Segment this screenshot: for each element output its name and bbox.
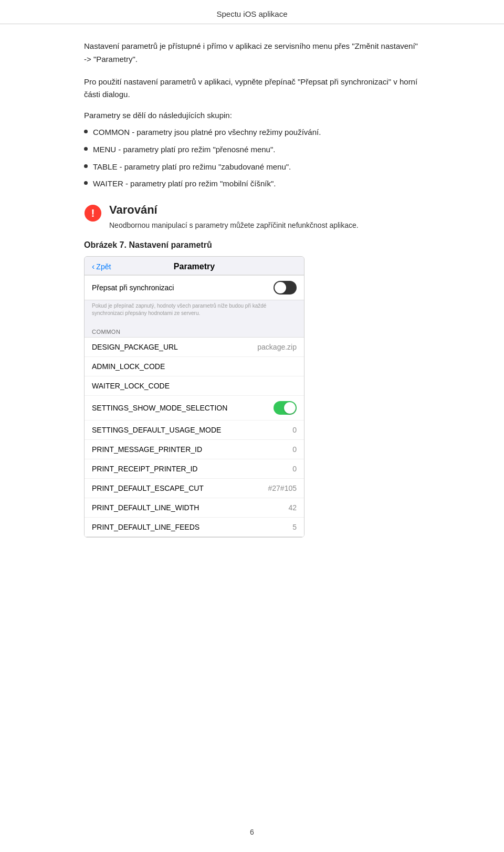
warning-title: Varování	[109, 203, 359, 217]
param-label: PRINT_RECEIPT_PRINTER_ID	[92, 465, 197, 473]
list-item-text: WAITER - parametry platí pro režim "mobi…	[93, 177, 276, 191]
warning-box: ! Varování Neodbornou manipulací s param…	[84, 203, 420, 231]
params-section: DESIGN_PACKAGE_URL package.zip ADMIN_LOC…	[85, 337, 304, 537]
param-row-print-receipt-printer-id[interactable]: PRINT_RECEIPT_PRINTER_ID 0	[85, 459, 304, 479]
list-item-text: MENU - parametry platí pro režim "přenos…	[93, 143, 275, 156]
param-row-print-default-line-width[interactable]: PRINT_DEFAULT_LINE_WIDTH 42	[85, 498, 304, 518]
bullet-icon	[84, 164, 88, 168]
param-row-settings-show-mode[interactable]: SETTINGS_SHOW_MODE_SELECTION	[85, 396, 304, 420]
param-value: 0	[292, 426, 297, 434]
prepsat-row: Přepsat při synchronizaci	[85, 276, 304, 300]
param-value: 0	[292, 465, 297, 473]
intro-paragraph-1: Nastavení parametrů je přístupné i přímo…	[84, 40, 420, 66]
param-label: DESIGN_PACKAGE_URL	[92, 343, 178, 351]
page-number: 6	[250, 828, 254, 836]
param-label: SETTINGS_DEFAULT_USAGE_MODE	[92, 426, 221, 434]
phone-body: Přepsat při synchronizaci Pokud je přepí…	[85, 275, 304, 537]
param-value: #27#105	[268, 484, 297, 492]
prepsat-label: Přepsat při synchronizaci	[92, 283, 174, 292]
bullet-icon	[84, 130, 88, 133]
common-section-header: COMMON	[85, 321, 304, 337]
param-row-settings-default-usage[interactable]: SETTINGS_DEFAULT_USAGE_MODE 0	[85, 420, 304, 440]
warning-text: Neodbornou manipulací s parametry můžete…	[109, 220, 359, 231]
settings-show-mode-toggle[interactable]	[274, 401, 297, 415]
list-item: COMMON - parametry jsou platné pro všech…	[84, 126, 420, 139]
chevron-left-icon: ‹	[92, 262, 94, 271]
intro-paragraph-2: Pro použití nastavení parametrů v aplika…	[84, 76, 420, 102]
param-row-print-message-printer-id[interactable]: PRINT_MESSAGE_PRINTER_ID 0	[85, 440, 304, 459]
param-value: 42	[288, 503, 297, 512]
param-label: PRINT_MESSAGE_PRINTER_ID	[92, 445, 202, 454]
nav-title: Parametry	[174, 262, 215, 271]
list-item: MENU - parametry platí pro režim "přenos…	[84, 143, 420, 156]
prepsat-section: Přepsat při synchronizaci	[85, 275, 304, 300]
param-row-print-default-escape-cut[interactable]: PRINT_DEFAULT_ESCAPE_CUT #27#105	[85, 479, 304, 498]
list-item: TABLE - parametry platí pro režimu "zabu…	[84, 161, 420, 174]
page-footer: 6	[0, 828, 504, 836]
param-label: SETTINGS_SHOW_MODE_SELECTION	[92, 404, 227, 412]
nav-back-button[interactable]: ‹ Zpět	[92, 262, 111, 271]
figure-caption: Obrázek 7. Nastavení parametrů	[84, 240, 420, 250]
prepsat-toggle[interactable]	[274, 281, 297, 294]
param-value: 0	[292, 445, 297, 454]
warning-icon: !	[84, 204, 102, 222]
param-label: PRINT_DEFAULT_LINE_WIDTH	[92, 503, 199, 512]
page-title: Spectu iOS aplikace	[0, 0, 504, 24]
bullet-icon	[84, 147, 88, 151]
param-value: package.zip	[257, 343, 297, 351]
param-row-print-default-line-feeds[interactable]: PRINT_DEFAULT_LINE_FEEDS 5	[85, 518, 304, 537]
svg-text:!: !	[91, 207, 95, 219]
bullet-list: COMMON - parametry jsou platné pro všech…	[84, 126, 420, 191]
list-item-text: TABLE - parametry platí pro režimu "zabu…	[93, 161, 291, 174]
warning-content: Varování Neodbornou manipulací s paramet…	[109, 203, 359, 231]
param-row-admin-lock-code[interactable]: ADMIN_LOCK_CODE	[85, 357, 304, 376]
phone-screenshot: ‹ Zpět Parametry Přepsat při synchroniza…	[84, 256, 304, 538]
prepsat-description: Pokud je přepínač zapnutý, hodnoty všech…	[85, 300, 304, 321]
param-label: ADMIN_LOCK_CODE	[92, 362, 165, 371]
param-label: PRINT_DEFAULT_ESCAPE_CUT	[92, 484, 204, 492]
param-row-waiter-lock-code[interactable]: WAITER_LOCK_CODE	[85, 376, 304, 396]
bullet-icon	[84, 181, 88, 185]
param-label: PRINT_DEFAULT_LINE_FEEDS	[92, 523, 200, 531]
phone-nav: ‹ Zpět Parametry	[85, 257, 304, 275]
nav-back-label: Zpět	[96, 262, 111, 271]
section-heading: Parametry se dělí do následujících skupi…	[84, 111, 420, 120]
param-row-design-package-url[interactable]: DESIGN_PACKAGE_URL package.zip	[85, 338, 304, 357]
list-item: WAITER - parametry platí pro režim "mobi…	[84, 177, 420, 191]
param-label: WAITER_LOCK_CODE	[92, 382, 170, 390]
param-value: 5	[292, 523, 297, 531]
list-item-text: COMMON - parametry jsou platné pro všech…	[93, 126, 321, 139]
